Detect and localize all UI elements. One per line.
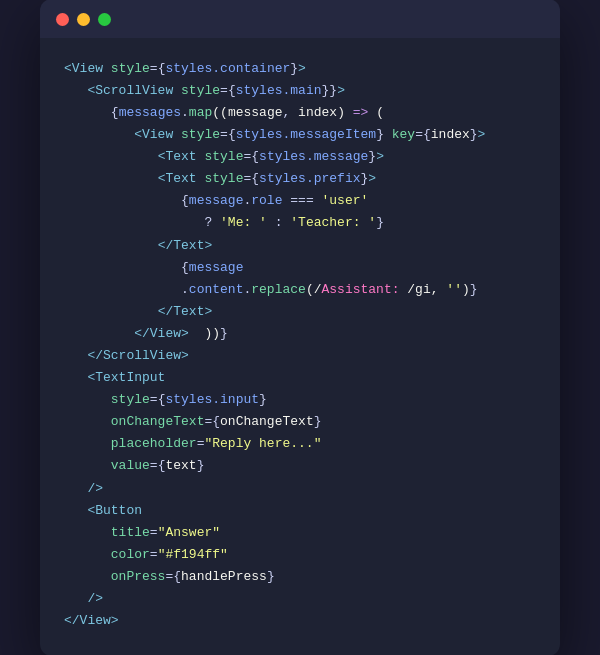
code-line-21: <Button xyxy=(64,500,536,522)
code-line-15: <TextInput xyxy=(64,367,536,389)
code-line-3: {messages.map((message, index) => ( xyxy=(64,102,536,124)
minimize-button[interactable] xyxy=(77,13,90,26)
code-line-6: <Text style={styles.prefix}> xyxy=(64,168,536,190)
code-line-8: ? 'Me: ' : 'Teacher: '} xyxy=(64,212,536,234)
code-line-2: <ScrollView style={styles.main}}> xyxy=(64,80,536,102)
code-line-14: </ScrollView> xyxy=(64,345,536,367)
titlebar xyxy=(40,0,560,38)
code-line-9: </Text> xyxy=(64,235,536,257)
code-line-1: <View style={styles.container}> xyxy=(64,58,536,80)
close-button[interactable] xyxy=(56,13,69,26)
code-line-11: .content.replace(/Assistant: /gi, '')} xyxy=(64,279,536,301)
code-line-17: onChangeText={onChangeText} xyxy=(64,411,536,433)
code-line-26: </View> xyxy=(64,610,536,632)
maximize-button[interactable] xyxy=(98,13,111,26)
code-line-22: title="Answer" xyxy=(64,522,536,544)
code-line-25: /> xyxy=(64,588,536,610)
code-content: <View style={styles.container}> <ScrollV… xyxy=(40,38,560,655)
code-line-4: <View style={styles.messageItem} key={in… xyxy=(64,124,536,146)
code-line-12: </Text> xyxy=(64,301,536,323)
code-line-20: /> xyxy=(64,478,536,500)
code-line-13: </View> ))} xyxy=(64,323,536,345)
code-line-19: value={text} xyxy=(64,455,536,477)
code-line-24: onPress={handlePress} xyxy=(64,566,536,588)
code-line-5: <Text style={styles.message}> xyxy=(64,146,536,168)
code-line-23: color="#f194ff" xyxy=(64,544,536,566)
code-line-10: {message xyxy=(64,257,536,279)
code-line-7: {message.role === 'user' xyxy=(64,190,536,212)
code-editor-window: <View style={styles.container}> <ScrollV… xyxy=(40,0,560,655)
code-line-18: placeholder="Reply here..." xyxy=(64,433,536,455)
code-line-16: style={styles.input} xyxy=(64,389,536,411)
